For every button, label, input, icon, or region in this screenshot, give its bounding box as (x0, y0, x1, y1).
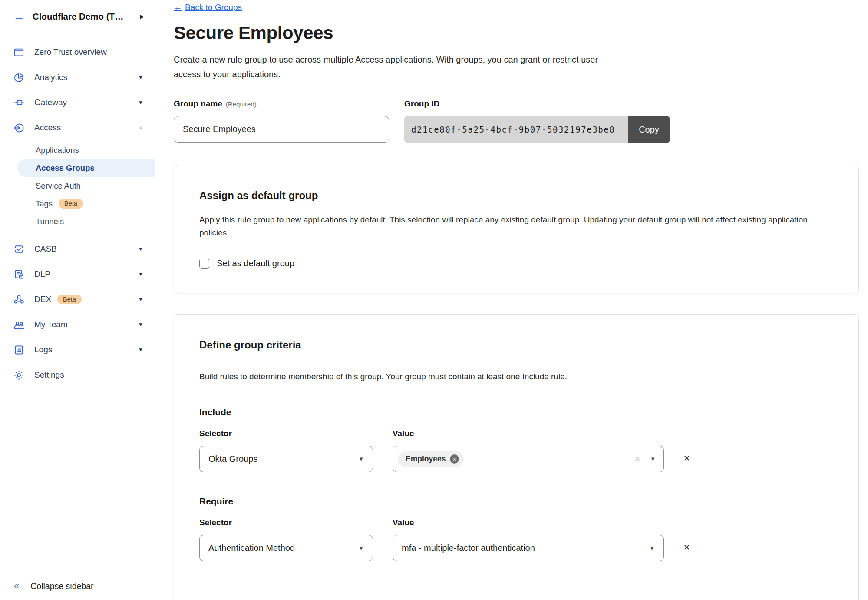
remove-require-rule-icon[interactable]: ✕ (683, 543, 701, 552)
sub-item-label: Tunnels (36, 217, 64, 226)
sidebar-item-zero-trust-overview[interactable]: Zero Trust overview (0, 40, 155, 65)
beta-badge: Beta (57, 295, 82, 305)
sidebar-item-dlp[interactable]: DLP ▼ (0, 262, 155, 287)
group-id-label: Group ID (404, 99, 670, 109)
require-rule-row: Selector Authentication Method ▼ Value m… (199, 518, 833, 561)
include-selector-dropdown[interactable]: Okta Groups ▼ (199, 446, 373, 472)
beta-badge: Beta (59, 199, 83, 209)
assign-default-group-card: Assign as default group Apply this rule … (174, 165, 859, 293)
account-name[interactable]: Cloudflare Demo (T… (33, 11, 132, 22)
sidebar-item-access[interactable]: Access ▲ (0, 115, 155, 140)
group-form-row: Group name(Required) Group ID d21ce80f-5… (174, 99, 859, 143)
sidebar-item-label: My Team (34, 320, 68, 329)
sidebar-item-applications[interactable]: Applications (0, 141, 155, 159)
gateway-icon (13, 97, 25, 109)
include-rule-row: Selector Okta Groups ▼ Value Employees ✕… (199, 429, 833, 472)
collapse-sidebar[interactable]: « Collapse sidebar (0, 574, 155, 600)
team-icon (13, 319, 25, 331)
page-description: Create a new rule group to use across mu… (174, 52, 610, 82)
sidebar-item-tunnels[interactable]: Tunnels (0, 212, 155, 230)
chevron-down-icon: ▼ (358, 545, 364, 551)
sidebar-item-label: Logs (34, 345, 52, 355)
sidebar-item-label: Access (34, 123, 61, 133)
chevron-down-icon[interactable]: ▼ (138, 74, 143, 80)
sidebar-item-label: Settings (34, 370, 64, 380)
value-label: Value (393, 518, 664, 527)
dex-icon (13, 294, 25, 305)
selected-value: Okta Groups (208, 454, 257, 464)
chevron-down-icon[interactable]: ▼ (138, 271, 143, 277)
set-default-group-row[interactable]: Set as default group (199, 259, 833, 269)
analytics-icon (13, 72, 25, 83)
required-hint: (Required) (226, 100, 257, 108)
back-link-label: Back to Groups (185, 3, 242, 12)
selected-value: mfa - multiple-factor authentication (402, 543, 535, 553)
sidebar-nav: Zero Trust overview Analytics ▼ Gateway … (0, 33, 155, 574)
account-expand-icon[interactable]: ▶ (140, 13, 144, 20)
chevron-down-icon: ▼ (358, 456, 364, 462)
chevron-down-icon[interactable]: ▼ (138, 99, 143, 106)
chevron-down-icon[interactable]: ▼ (138, 347, 143, 353)
define-group-criteria-card: Define group criteria Build rules to det… (174, 314, 859, 600)
card-description: Build rules to determine membership of t… (199, 370, 833, 383)
back-to-groups-link[interactable]: ← Back to Groups (174, 3, 242, 12)
sub-item-label: Applications (36, 146, 79, 155)
back-arrow-icon: ← (174, 3, 182, 12)
require-selector-dropdown[interactable]: Authentication Method ▼ (199, 535, 373, 561)
value-chip: Employees ✕ (398, 451, 464, 467)
include-section-title: Include (199, 407, 833, 418)
collapse-label: Collapse sidebar (30, 581, 93, 591)
card-description: Apply this rule group to new application… (199, 213, 833, 239)
chevron-down-icon[interactable]: ▼ (138, 322, 143, 328)
remove-include-rule-icon[interactable]: ✕ (683, 454, 701, 463)
selected-value: Authentication Method (208, 543, 295, 553)
group-name-field: Group name(Required) (174, 99, 389, 143)
sub-item-label: Service Auth (36, 181, 81, 191)
chip-remove-icon[interactable]: ✕ (450, 454, 459, 464)
sidebar-item-tags[interactable]: Tags Beta (0, 195, 155, 212)
chevron-down-icon[interactable]: ▼ (138, 246, 143, 252)
sidebar-item-gateway[interactable]: Gateway ▼ (0, 90, 155, 115)
sidebar-item-label: CASB (34, 244, 57, 254)
clear-values-icon[interactable]: ✕ (634, 454, 640, 464)
set-default-group-checkbox[interactable] (199, 259, 209, 269)
checkbox-label: Set as default group (217, 259, 294, 269)
chevron-up-icon[interactable]: ▲ (138, 125, 143, 131)
selector-label: Selector (199, 429, 373, 438)
value-label: Value (393, 429, 664, 438)
chip-label: Employees (406, 454, 446, 464)
group-id-field: Group ID d21ce80f-5a25-4bcf-9b07-5032197… (404, 99, 670, 143)
sub-item-label: Tags (36, 199, 53, 209)
sidebar-item-service-auth[interactable]: Service Auth (0, 177, 155, 195)
chevron-down-icon[interactable]: ▼ (138, 296, 143, 302)
casb-icon (13, 243, 25, 255)
sidebar-item-dex[interactable]: DEX Beta ▼ (0, 287, 155, 312)
group-id-value: d21ce80f-5a25-4bcf-9b07-5032197e3be8 (404, 116, 628, 143)
collapse-icon: « (14, 581, 19, 591)
sidebar-item-label: Zero Trust overview (34, 47, 107, 57)
require-value-dropdown[interactable]: mfa - multiple-factor authentication ▼ (393, 535, 664, 561)
card-title: Define group criteria (199, 339, 833, 351)
include-value-multiselect[interactable]: Employees ✕ ✕ ▼ (393, 446, 664, 472)
sidebar-item-access-groups[interactable]: Access Groups (17, 159, 155, 177)
sidebar-item-settings[interactable]: Settings (0, 362, 155, 388)
group-name-input[interactable] (174, 116, 389, 143)
sidebar-item-my-team[interactable]: My Team ▼ (0, 312, 155, 337)
sidebar-item-analytics[interactable]: Analytics ▼ (0, 65, 155, 90)
overview-icon (13, 46, 25, 58)
sidebar-item-logs[interactable]: Logs ▼ (0, 337, 155, 362)
selector-label: Selector (199, 518, 373, 527)
dlp-icon (13, 269, 25, 280)
main-content: ← Back to Groups Secure Employees Create… (174, 0, 859, 600)
card-title: Assign as default group (199, 189, 833, 202)
require-section-title: Require (199, 496, 833, 507)
copy-button[interactable]: Copy (628, 116, 670, 143)
sidebar-item-casb[interactable]: CASB ▼ (0, 236, 155, 262)
sidebar-item-label: DLP (34, 269, 50, 279)
logs-icon (13, 344, 25, 356)
group-id-box: d21ce80f-5a25-4bcf-9b07-5032197e3be8 Cop… (404, 116, 670, 143)
page-title: Secure Employees (174, 23, 859, 43)
back-arrow-icon[interactable]: ← (13, 11, 25, 23)
gear-icon (13, 369, 25, 381)
sub-item-label: Access Groups (36, 163, 95, 173)
